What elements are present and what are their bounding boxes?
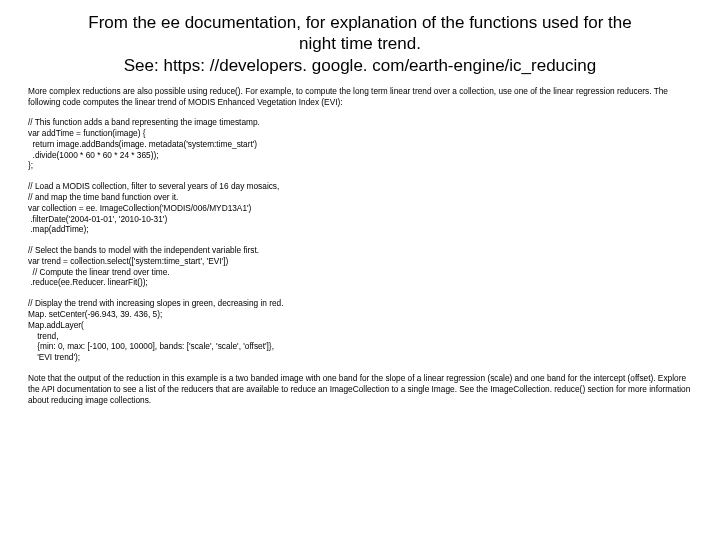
code-block-trend: // Select the bands to model with the in…	[28, 245, 692, 288]
note-paragraph: Note that the output of the reduction in…	[28, 373, 692, 405]
intro-paragraph: More complex reductions are also possibl…	[28, 86, 692, 108]
code-block-collection: // Load a MODIS collection, filter to se…	[28, 181, 692, 235]
page-title: From the ee documentation, for explanati…	[40, 12, 680, 76]
title-line-1: From the ee documentation, for explanati…	[88, 13, 631, 32]
title-line-3: See: https: //developers. google. com/ea…	[124, 56, 597, 75]
code-block-display: // Display the trend with increasing slo…	[28, 298, 692, 363]
slide-content: From the ee documentation, for explanati…	[0, 0, 720, 415]
title-line-2: night time trend.	[299, 34, 421, 53]
code-block-addtime: // This function adds a band representin…	[28, 117, 692, 171]
